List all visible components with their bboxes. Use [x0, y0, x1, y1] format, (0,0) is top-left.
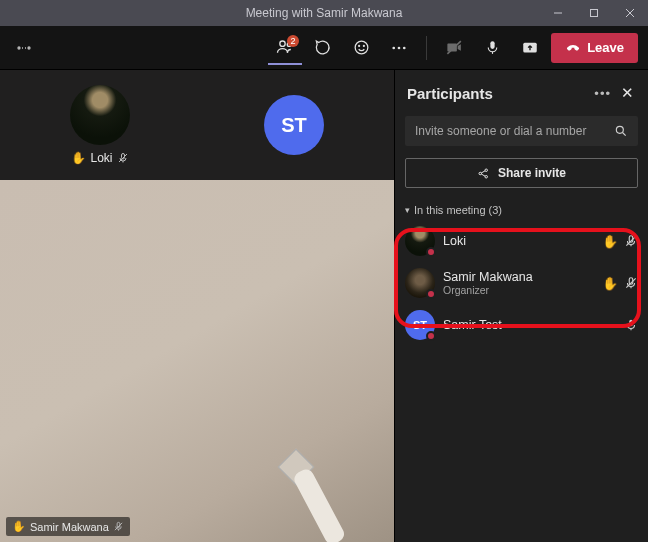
participant-row[interactable]: Samir Makwana Organizer ✋: [395, 262, 648, 304]
leave-label: Leave: [587, 40, 624, 55]
speaker-label: ✋ Samir Makwana: [6, 517, 130, 536]
presence-dot: [426, 331, 436, 341]
people-button[interactable]: 2: [268, 31, 302, 65]
participant-row[interactable]: Loki ✋: [395, 220, 648, 262]
svg-rect-1: [591, 10, 598, 17]
toolbar-separator: [426, 36, 427, 60]
hangup-icon: [565, 40, 581, 56]
svg-point-29: [485, 175, 487, 177]
avatar: [405, 226, 435, 256]
panel-title: Participants: [407, 85, 586, 102]
tile-name: Loki: [90, 151, 112, 165]
participant-name: Samir Makwana: [443, 270, 594, 284]
svg-point-25: [616, 126, 623, 133]
svg-point-14: [403, 46, 406, 49]
svg-line-30: [481, 170, 485, 172]
speaker-name: Samir Makwana: [30, 521, 109, 533]
panel-close-button[interactable]: ✕: [619, 84, 636, 102]
svg-rect-38: [629, 320, 633, 326]
mic-muted-icon: [113, 521, 124, 532]
avatar-initials: ST: [281, 114, 307, 137]
people-badge: 2: [287, 35, 299, 47]
camera-button[interactable]: [437, 31, 471, 65]
chevron-down-icon: ▾: [405, 205, 410, 215]
chat-button[interactable]: [306, 31, 340, 65]
svg-rect-16: [490, 41, 494, 49]
share-screen-button[interactable]: [513, 31, 547, 65]
avatar: [405, 268, 435, 298]
share-invite-label: Share invite: [498, 166, 566, 180]
avatar-initials: ST: [413, 319, 427, 331]
participants-panel: Participants ••• ✕ Invite someone or dia…: [394, 70, 648, 542]
raised-hand-icon: ✋: [12, 520, 26, 533]
raised-hand-icon: ✋: [602, 276, 618, 291]
svg-point-12: [393, 46, 396, 49]
close-window-button[interactable]: [612, 0, 648, 26]
window-title: Meeting with Samir Makwana: [246, 6, 403, 20]
participant-row[interactable]: ST Samir Test: [395, 304, 648, 346]
titlebar: Meeting with Samir Makwana: [0, 0, 648, 26]
svg-point-7: [280, 41, 285, 46]
share-invite-button[interactable]: Share invite: [405, 158, 638, 188]
participant-tile-st[interactable]: ST: [200, 73, 388, 177]
presence-dot: [426, 247, 436, 257]
participant-name: Samir Test: [443, 318, 616, 332]
search-icon: [614, 124, 628, 138]
leave-button[interactable]: Leave: [551, 33, 638, 63]
raised-hand-icon: ✋: [71, 151, 86, 165]
mic-on-icon: [624, 318, 638, 332]
svg-point-13: [398, 46, 401, 49]
svg-line-26: [623, 133, 626, 136]
main-video[interactable]: [0, 180, 394, 542]
svg-point-11: [363, 45, 364, 46]
more-actions-button[interactable]: [382, 31, 416, 65]
svg-point-10: [358, 45, 359, 46]
svg-point-28: [485, 169, 487, 171]
share-icon: [477, 167, 490, 180]
svg-line-31: [481, 174, 485, 176]
svg-point-27: [479, 172, 481, 174]
avatar: ST: [405, 310, 435, 340]
participant-name: Loki: [443, 234, 594, 248]
presence-dot: [426, 289, 436, 299]
tile-strip: ✋ Loki ST: [0, 70, 394, 180]
reactions-button[interactable]: [344, 31, 378, 65]
panel-header: Participants ••• ✕: [395, 70, 648, 112]
options-icon[interactable]: [10, 43, 38, 53]
svg-point-9: [355, 41, 368, 54]
video-stage: ✋ Loki ST ✋ Samir Makwana: [0, 70, 394, 542]
meeting-toolbar: 2 Leave: [0, 26, 648, 70]
invite-input[interactable]: Invite someone or dial a number: [405, 116, 638, 146]
main-area: ✋ Loki ST ✋ Samir Makwana: [0, 70, 648, 542]
invite-placeholder: Invite someone or dial a number: [415, 124, 614, 138]
mic-muted-icon: [117, 152, 129, 164]
panel-more-button[interactable]: •••: [586, 86, 619, 101]
mic-muted-icon: [624, 234, 638, 248]
participant-tile-loki[interactable]: ✋ Loki: [6, 73, 194, 177]
avatar: ST: [264, 95, 324, 155]
section-header[interactable]: ▾ In this meeting (3): [395, 198, 648, 220]
participant-role: Organizer: [443, 284, 594, 296]
window-controls: [540, 0, 648, 26]
mic-muted-icon: [624, 276, 638, 290]
raised-hand-icon: ✋: [602, 234, 618, 249]
section-label: In this meeting (3): [414, 204, 502, 216]
avatar: [70, 85, 130, 145]
minimize-button[interactable]: [540, 0, 576, 26]
maximize-button[interactable]: [576, 0, 612, 26]
decor-cord: [292, 467, 347, 542]
mic-button[interactable]: [475, 31, 509, 65]
participant-list: Loki ✋ Samir Makwana Organizer ✋ ST: [395, 220, 648, 346]
